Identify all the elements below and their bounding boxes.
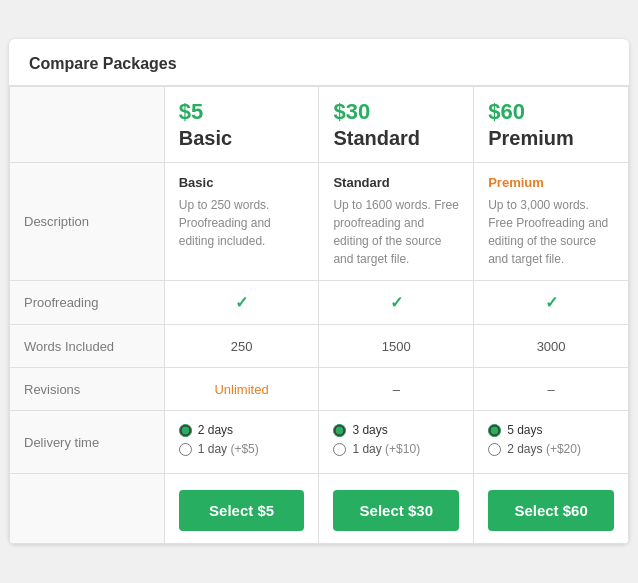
words-premium: 3000	[474, 325, 629, 368]
delivery-standard-label-1: 3 days	[352, 423, 387, 437]
proofreading-row: Proofreading ✓ ✓ ✓	[10, 281, 629, 325]
proofreading-standard: ✓	[319, 281, 474, 325]
card-title: Compare Packages	[9, 39, 629, 86]
delivery-standard-option-1: 3 days	[333, 423, 459, 437]
delivery-basic: 2 days 1 day (+$5)	[164, 411, 319, 474]
revisions-value-standard: –	[393, 382, 400, 397]
words-value-premium: 3000	[537, 339, 566, 354]
delivery-basic-extra-2: (+$5)	[227, 442, 259, 456]
plan-header-standard: $30 Standard	[319, 87, 474, 163]
checkmark-basic: ✓	[235, 294, 248, 311]
delivery-basic-radio-1[interactable]	[179, 424, 192, 437]
delivery-basic-option-1: 2 days	[179, 423, 305, 437]
desc-text-premium: Up to 3,000 words. Free Proofreading and…	[488, 196, 614, 268]
words-standard: 1500	[319, 325, 474, 368]
plan-price-standard: $30	[333, 99, 459, 125]
delivery-premium-label-1: 5 days	[507, 423, 542, 437]
delivery-standard-radio-1[interactable]	[333, 424, 346, 437]
btn-cell-premium: Select $60	[474, 474, 629, 544]
plan-price-premium: $60	[488, 99, 614, 125]
proofreading-premium: ✓	[474, 281, 629, 325]
proofreading-basic: ✓	[164, 281, 319, 325]
plan-header-premium: $60 Premium	[474, 87, 629, 163]
delivery-premium-label-2: 2 days	[507, 442, 542, 456]
description-premium: Premium Up to 3,000 words. Free Proofrea…	[474, 163, 629, 281]
header-empty-col	[10, 87, 165, 163]
delivery-premium-option-1: 5 days	[488, 423, 614, 437]
delivery-standard-radio-2[interactable]	[333, 443, 346, 456]
delivery-premium-radio-1[interactable]	[488, 424, 501, 437]
revisions-row: Revisions Unlimited – –	[10, 368, 629, 411]
plan-name-premium: Premium	[488, 127, 614, 150]
plan-header-basic: $5 Basic	[164, 87, 319, 163]
proofreading-label: Proofreading	[10, 281, 165, 325]
compare-packages-card: Compare Packages $5 Basic $30 Standard $…	[9, 39, 629, 544]
description-basic: Basic Up to 250 words. Proofreading and …	[164, 163, 319, 281]
btn-cell-standard: Select $30	[319, 474, 474, 544]
select-button-basic[interactable]: Select $5	[179, 490, 305, 531]
delivery-standard-option-2: 1 day (+$10)	[333, 442, 459, 456]
button-empty-col	[10, 474, 165, 544]
revisions-basic: Unlimited	[164, 368, 319, 411]
delivery-premium-radio-2[interactable]	[488, 443, 501, 456]
revisions-standard: –	[319, 368, 474, 411]
words-value-basic: 250	[231, 339, 253, 354]
words-value-standard: 1500	[382, 339, 411, 354]
delivery-basic-label-1: 2 days	[198, 423, 233, 437]
description-row: Description Basic Up to 250 words. Proof…	[10, 163, 629, 281]
delivery-premium: 5 days 2 days (+$20)	[474, 411, 629, 474]
description-label: Description	[10, 163, 165, 281]
delivery-standard: 3 days 1 day (+$10)	[319, 411, 474, 474]
words-basic: 250	[164, 325, 319, 368]
btn-cell-basic: Select $5	[164, 474, 319, 544]
delivery-premium-option-2: 2 days (+$20)	[488, 442, 614, 456]
plan-name-basic: Basic	[179, 127, 305, 150]
button-row: Select $5 Select $30 Select $60	[10, 474, 629, 544]
revisions-value-premium: –	[547, 382, 554, 397]
checkmark-standard: ✓	[390, 294, 403, 311]
delivery-standard-extra-2: (+$10)	[382, 442, 420, 456]
select-button-premium[interactable]: Select $60	[488, 490, 614, 531]
plan-price-basic: $5	[179, 99, 305, 125]
delivery-basic-radio-2[interactable]	[179, 443, 192, 456]
revisions-label: Revisions	[10, 368, 165, 411]
desc-name-standard: Standard	[333, 175, 459, 190]
delivery-basic-option-2: 1 day (+$5)	[179, 442, 305, 456]
desc-text-standard: Up to 1600 words. Free proofreading and …	[333, 196, 459, 268]
revisions-premium: –	[474, 368, 629, 411]
desc-name-basic: Basic	[179, 175, 305, 190]
compare-table: $5 Basic $30 Standard $60 Premium Descri…	[9, 86, 629, 544]
select-button-standard[interactable]: Select $30	[333, 490, 459, 531]
delivery-premium-extra-2: (+$20)	[543, 442, 581, 456]
delivery-row: Delivery time 2 days 1 day (+$5)	[10, 411, 629, 474]
words-row: Words Included 250 1500 3000	[10, 325, 629, 368]
delivery-basic-label-2: 1 day	[198, 442, 227, 456]
delivery-standard-label-2: 1 day	[352, 442, 381, 456]
plan-name-standard: Standard	[333, 127, 459, 150]
revisions-value-basic: Unlimited	[214, 382, 268, 397]
words-label: Words Included	[10, 325, 165, 368]
checkmark-premium: ✓	[545, 294, 558, 311]
delivery-label: Delivery time	[10, 411, 165, 474]
description-standard: Standard Up to 1600 words. Free proofrea…	[319, 163, 474, 281]
desc-text-basic: Up to 250 words. Proofreading and editin…	[179, 196, 305, 250]
desc-name-premium: Premium	[488, 175, 614, 190]
